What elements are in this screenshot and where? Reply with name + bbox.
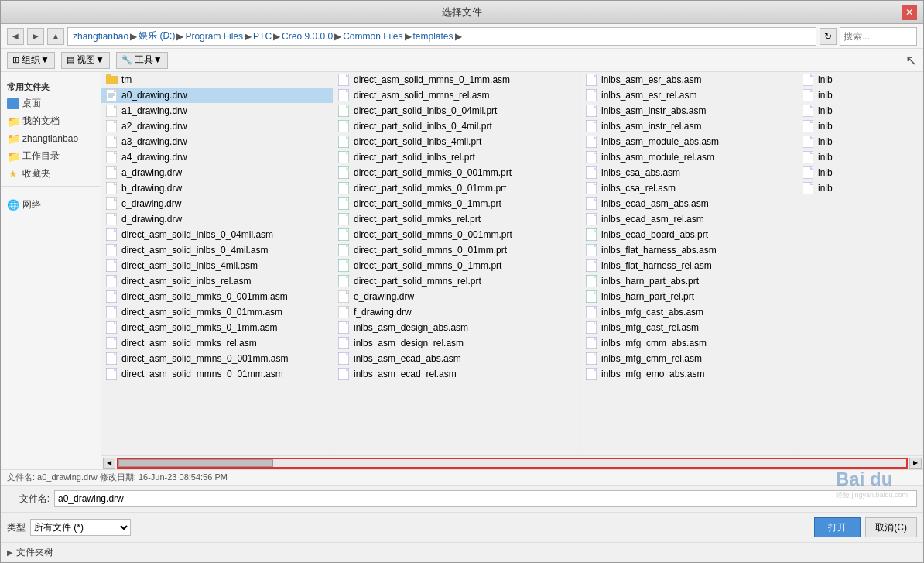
file-item-c2-3[interactable]: direct_part_solid_inlbs_0_04mil.prt xyxy=(334,103,580,118)
horizontal-scrollbar[interactable]: ◀ ▶ xyxy=(101,455,923,469)
refresh-button[interactable]: ↻ xyxy=(820,28,837,45)
file-item-c2-13[interactable]: direct_part_solid_mmns_0_1mm.prt xyxy=(334,258,580,273)
file-item-c2-15[interactable]: e_drawing.drw xyxy=(334,289,580,304)
file-item-da-solid-10[interactable]: direct_asm_solid_mmns_0_01mm.asm xyxy=(101,366,333,382)
file-item-da-solid-1[interactable]: direct_asm_solid_inlbs_0_04mil.asm xyxy=(101,227,333,242)
path-segment-3[interactable]: Program Files xyxy=(185,31,243,42)
file-item-c3-13[interactable]: inlbs_flat_harness_rel.asm xyxy=(581,258,797,273)
folder-tree-section[interactable]: ▶ 文件夹树 xyxy=(1,542,923,562)
file-item-c3-18[interactable]: inlbs_mfg_cmm_abs.asm xyxy=(581,335,797,351)
file-item-c3-10[interactable]: inlbs_ecad_asm_rel.asm xyxy=(581,211,797,227)
forward-button[interactable]: ▶ xyxy=(27,28,44,45)
file-item-c3-15[interactable]: inlbs_harn_part_rel.prt xyxy=(581,289,797,304)
file-item-c-drawing[interactable]: c_drawing.drw xyxy=(101,196,333,211)
file-item-a-drawing[interactable]: a_drawing.drw xyxy=(101,165,333,180)
file-item-da-solid-3[interactable]: direct_asm_solid_inlbs_4mil.asm xyxy=(101,258,333,273)
scroll-thumb[interactable] xyxy=(118,459,273,467)
file-item-da-solid-4[interactable]: direct_asm_solid_inlbs_rel.asm xyxy=(101,273,333,289)
scroll-right-button[interactable]: ▶ xyxy=(909,458,922,469)
file-item-c2-16[interactable]: f_drawing.drw xyxy=(334,304,580,320)
file-item-c2-14[interactable]: direct_part_solid_mmns_rel.prt xyxy=(334,273,580,289)
scroll-left-button[interactable]: ◀ xyxy=(103,458,115,469)
file-item-c4-7[interactable]: inlb xyxy=(798,165,837,180)
file-item-da-solid-9[interactable]: direct_asm_solid_mmns_0_001mm.asm xyxy=(101,351,333,366)
file-item-c4-3[interactable]: inlb xyxy=(798,103,837,118)
file-item-c4-6[interactable]: inlb xyxy=(798,149,837,165)
file-item-da-solid-7[interactable]: direct_asm_solid_mmks_0_1mm.asm xyxy=(101,320,333,335)
view-button[interactable]: ▤ 视图▼ xyxy=(61,52,110,69)
sidebar-item-documents[interactable]: 📁 我的文档 xyxy=(1,112,101,130)
file-item-c2-17[interactable]: inlbs_asm_design_abs.asm xyxy=(334,320,580,335)
file-item-c3-7[interactable]: inlbs_csa_abs.asm xyxy=(581,165,797,180)
organize-button[interactable]: ⊞ 组织▼ xyxy=(7,52,55,69)
path-segment-2[interactable]: 娱乐 (D:) xyxy=(139,29,175,43)
path-segment-templates[interactable]: templates xyxy=(413,31,453,42)
file-item-c3-9[interactable]: inlbs_ecad_asm_abs.asm xyxy=(581,196,797,211)
file-item-tm[interactable]: tm xyxy=(101,72,333,88)
up-button[interactable]: ▲ xyxy=(47,28,64,45)
file-item-da-solid-6[interactable]: direct_asm_solid_mmks_0_01mm.asm xyxy=(101,304,333,320)
file-item-c2-19[interactable]: inlbs_asm_ecad_abs.asm xyxy=(334,351,580,366)
path-segment-1[interactable]: zhangtianbao xyxy=(73,31,128,42)
file-item-c2-5[interactable]: direct_part_solid_inlbs_4mil.prt xyxy=(334,134,580,149)
file-item-c2-18[interactable]: inlbs_asm_design_rel.asm xyxy=(334,335,580,351)
file-item-c2-4[interactable]: direct_part_solid_inlbs_0_4mil.prt xyxy=(334,118,580,134)
file-item-a2-drawing[interactable]: a2_drawing.drw xyxy=(101,118,333,134)
path-segment-4[interactable]: PTC xyxy=(253,31,272,42)
file-item-c3-8[interactable]: inlbs_csa_rel.asm xyxy=(581,180,797,196)
file-item-c4-2[interactable]: inlb xyxy=(798,88,837,103)
file-item-b-drawing[interactable]: b_drawing.drw xyxy=(101,180,333,196)
file-item-c3-1[interactable]: inlbs_asm_esr_abs.asm xyxy=(581,72,797,88)
file-item-a0-drawing[interactable]: a0_drawing.drw xyxy=(101,88,333,103)
file-item-c2-11[interactable]: direct_part_solid_mmns_0_001mm.prt xyxy=(334,227,580,242)
file-item-c3-3[interactable]: inlbs_asm_instr_abs.asm xyxy=(581,103,797,118)
file-item-a1-drawing[interactable]: a1_drawing.drw xyxy=(101,103,333,118)
file-item-a4-drawing[interactable]: a4_drawing.drw xyxy=(101,149,333,165)
path-segment-6[interactable]: Common Files xyxy=(343,31,402,42)
file-item-c3-20[interactable]: inlbs_mfg_emo_abs.asm xyxy=(581,366,797,382)
file-item-c2-9[interactable]: direct_part_solid_mmks_0_1mm.prt xyxy=(334,196,580,211)
sidebar-item-zhangtianbao[interactable]: 📁 zhangtianbao xyxy=(1,130,101,147)
file-item-d-drawing[interactable]: d_drawing.drw xyxy=(101,211,333,227)
open-button[interactable]: 打开 xyxy=(814,517,861,537)
tools-button[interactable]: 🔧 工具▼ xyxy=(116,52,168,69)
file-item-c4-4[interactable]: inlb xyxy=(798,118,837,134)
sidebar-item-desktop[interactable]: 桌面 xyxy=(1,94,101,112)
file-item-c3-12[interactable]: inlbs_flat_harness_abs.asm xyxy=(581,242,797,258)
file-item-c4-8[interactable]: inlb xyxy=(798,180,837,196)
file-item-c3-5[interactable]: inlbs_asm_module_abs.asm xyxy=(581,134,797,149)
file-item-c2-20[interactable]: inlbs_asm_ecad_rel.asm xyxy=(334,366,580,382)
path-bar[interactable]: zhangtianbao ▶ 娱乐 (D:) ▶ Program Files ▶… xyxy=(67,27,816,46)
file-item-c4-1[interactable]: inlb xyxy=(798,72,837,88)
file-item-c3-6[interactable]: inlbs_asm_module_rel.asm xyxy=(581,149,797,165)
file-item-c2-1[interactable]: direct_asm_solid_mmns_0_1mm.asm xyxy=(334,72,580,88)
file-item-a3-drawing[interactable]: a3_drawing.drw xyxy=(101,134,333,149)
file-item-da-solid-5[interactable]: direct_asm_solid_mmks_0_001mm.asm xyxy=(101,289,333,304)
sidebar-item-workdir[interactable]: 📁 工作目录 xyxy=(1,147,101,165)
cancel-button[interactable]: 取消(C) xyxy=(865,517,917,537)
tree-expand-icon[interactable]: ▶ xyxy=(7,548,13,557)
file-item-c2-8[interactable]: direct_part_solid_mmks_0_01mm.prt xyxy=(334,180,580,196)
file-item-da-solid-8[interactable]: direct_asm_solid_mmks_rel.asm xyxy=(101,335,333,351)
path-segment-5[interactable]: Creo 9.0.0.0 xyxy=(282,31,333,42)
file-item-c3-14[interactable]: inlbs_harn_part_abs.prt xyxy=(581,273,797,289)
file-item-c3-19[interactable]: inlbs_mfg_cmm_rel.asm xyxy=(581,351,797,366)
scroll-track[interactable] xyxy=(117,458,908,469)
sidebar-item-network[interactable]: 🌐 网络 xyxy=(1,196,101,214)
sidebar-item-favorites[interactable]: ★ 收藏夹 xyxy=(1,165,101,183)
file-item-c2-2[interactable]: direct_asm_solid_mmns_rel.asm xyxy=(334,88,580,103)
close-button[interactable]: ✕ xyxy=(902,5,917,20)
back-button[interactable]: ◀ xyxy=(7,28,24,45)
file-item-c3-2[interactable]: inlbs_asm_esr_rel.asm xyxy=(581,88,797,103)
file-type-select[interactable]: 所有文件 (*) xyxy=(30,519,131,536)
file-item-c2-7[interactable]: direct_part_solid_mmks_0_001mm.prt xyxy=(334,165,580,180)
file-item-c3-11[interactable]: inlbs_ecad_board_abs.prt xyxy=(581,227,797,242)
file-item-c3-17[interactable]: inlbs_mfg_cast_rel.asm xyxy=(581,320,797,335)
file-item-c3-4[interactable]: inlbs_asm_instr_rel.asm xyxy=(581,118,797,134)
file-item-c2-12[interactable]: direct_part_solid_mmns_0_01mm.prt xyxy=(334,242,580,258)
file-item-c2-10[interactable]: direct_part_solid_mmks_rel.prt xyxy=(334,211,580,227)
file-item-c3-16[interactable]: inlbs_mfg_cast_abs.asm xyxy=(581,304,797,320)
file-item-c2-6[interactable]: direct_part_solid_inlbs_rel.prt xyxy=(334,149,580,165)
filename-input[interactable] xyxy=(54,490,917,507)
search-input[interactable] xyxy=(840,27,917,46)
